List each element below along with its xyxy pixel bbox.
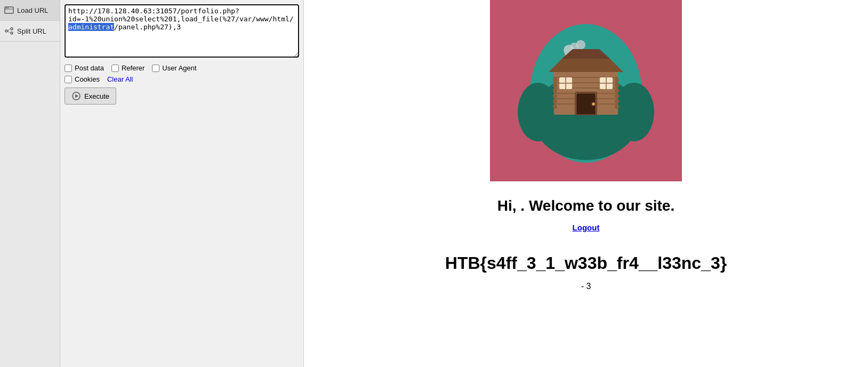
svg-line-7 <box>7 31 10 33</box>
svg-marker-9 <box>75 94 78 98</box>
svg-point-32 <box>553 99 557 103</box>
cabin-image-container <box>490 0 682 181</box>
post-data-checkbox[interactable] <box>65 65 72 72</box>
user-agent-checkbox-label[interactable]: User Agent <box>152 64 196 72</box>
svg-point-31 <box>553 94 557 98</box>
cookies-label: Cookies <box>75 75 100 83</box>
svg-point-3 <box>5 30 7 32</box>
load-url-icon <box>4 5 14 15</box>
load-url-label: Load URL <box>17 6 49 14</box>
url-input[interactable] <box>65 4 299 58</box>
cookies-checkbox-label[interactable]: Cookies <box>65 75 100 83</box>
execute-icon <box>71 91 81 101</box>
main-controls: Post data Referer User Agent Cookies Cle… <box>60 0 303 367</box>
post-data-checkbox-label[interactable]: Post data <box>65 64 104 72</box>
post-data-label: Post data <box>75 64 104 72</box>
svg-point-1 <box>6 7 7 9</box>
svg-point-2 <box>7 7 9 9</box>
svg-point-36 <box>615 89 619 93</box>
checkbox-line-2: Cookies Clear All <box>65 75 299 83</box>
svg-point-13 <box>614 83 654 141</box>
cookies-checkbox[interactable] <box>65 76 72 83</box>
svg-point-42 <box>592 102 595 106</box>
execute-button[interactable]: Execute <box>65 87 116 105</box>
referer-label: Referer <box>122 64 144 72</box>
cabin-illustration <box>517 11 655 171</box>
checkbox-line-1: Post data Referer User Agent <box>65 64 299 72</box>
svg-point-37 <box>615 94 619 98</box>
clear-all-button[interactable]: Clear All <box>107 75 133 83</box>
referer-checkbox[interactable] <box>111 65 119 72</box>
split-url-button[interactable]: Split URL <box>0 21 60 42</box>
right-panel: Hi, . Welcome to our site. Logout HTB{s4… <box>304 0 868 367</box>
svg-point-33 <box>553 105 557 109</box>
svg-point-4 <box>11 28 13 30</box>
logout-link[interactable]: Logout <box>573 223 600 232</box>
referer-checkbox-label[interactable]: Referer <box>111 64 144 72</box>
url-textarea-wrapper <box>65 4 299 60</box>
welcome-text: Hi, . Welcome to our site. <box>497 197 674 214</box>
user-agent-checkbox[interactable] <box>152 65 159 72</box>
svg-point-34 <box>615 78 619 82</box>
count-text: - 3 <box>581 282 591 291</box>
flag-text: HTB{s4ff_3_1_w33b_fr4__l33nc_3} <box>445 253 727 273</box>
svg-point-35 <box>615 83 619 87</box>
user-agent-label: User Agent <box>162 64 196 72</box>
execute-label: Execute <box>84 92 109 100</box>
svg-point-38 <box>615 99 619 103</box>
split-url-label: Split URL <box>17 27 46 35</box>
svg-point-29 <box>553 83 557 87</box>
left-panel: Load URL Split URL Post data <box>0 0 304 367</box>
svg-point-30 <box>553 89 557 93</box>
svg-point-12 <box>518 83 558 141</box>
load-url-button[interactable]: Load URL <box>0 0 60 21</box>
svg-line-6 <box>7 29 10 31</box>
svg-point-28 <box>553 78 557 82</box>
sidebar-buttons: Load URL Split URL <box>0 0 60 367</box>
svg-point-5 <box>11 32 13 34</box>
svg-point-39 <box>615 105 619 109</box>
split-url-icon <box>4 26 14 36</box>
checkboxes-row: Post data Referer User Agent Cookies Cle… <box>65 64 299 83</box>
svg-point-18 <box>576 40 585 50</box>
